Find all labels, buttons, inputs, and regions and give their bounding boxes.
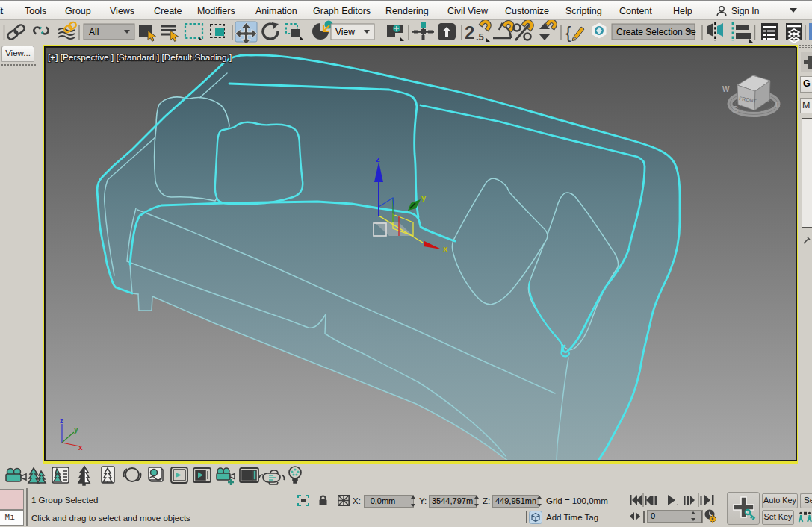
svg-text:z: z — [376, 155, 380, 163]
svg-text:x: x — [78, 443, 83, 452]
svg-text:2: 2 — [465, 22, 474, 43]
svg-text:z: z — [60, 417, 63, 425]
svg-text:[+] [Perspective ] [Standard ]: [+] [Perspective ] [Standard ] [Default … — [48, 52, 232, 63]
svg-text:y: y — [74, 425, 78, 434]
svg-text:y: y — [421, 193, 427, 202]
svg-text:E: E — [775, 101, 781, 109]
svg-text:.5: .5 — [476, 31, 484, 43]
svg-text:x: x — [443, 244, 448, 253]
svg-text:Create Selection Se: Create Selection Se — [616, 27, 696, 37]
svg-text:All: All — [89, 27, 99, 37]
svg-text:S: S — [732, 104, 739, 115]
svg-text:{: { — [565, 23, 571, 42]
svg-text:W: W — [722, 85, 730, 93]
svg-text:View: View — [335, 27, 355, 37]
